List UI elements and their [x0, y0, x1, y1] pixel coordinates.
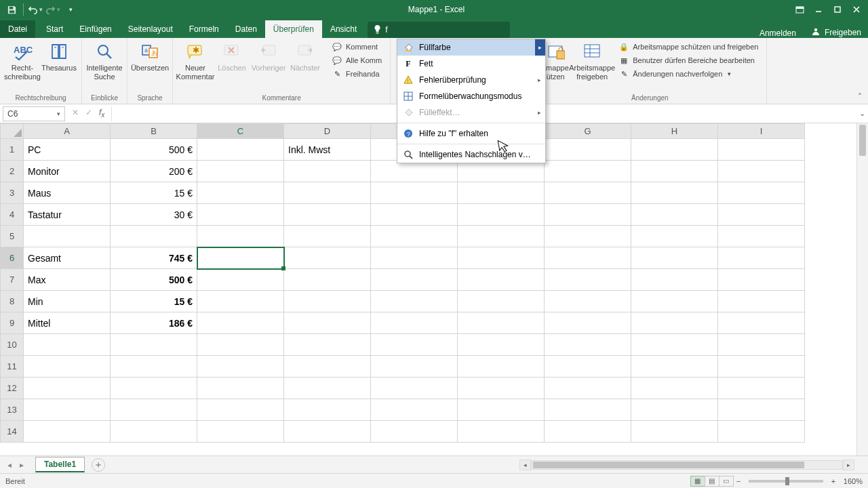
cell[interactable] [197, 182, 284, 204]
cell[interactable] [458, 161, 545, 182]
cell[interactable] [111, 356, 197, 378]
cell[interactable] [284, 204, 371, 226]
translate-button[interactable]: aあ Übersetzen [133, 41, 167, 73]
cell[interactable] [458, 356, 545, 378]
name-box[interactable]: C6▾ [3, 106, 65, 121]
cell[interactable] [371, 378, 458, 399]
cell[interactable]: PC [24, 139, 111, 161]
cell[interactable] [371, 204, 458, 226]
cell[interactable] [284, 161, 371, 182]
delete-comment-button[interactable]: Löschen [215, 41, 249, 81]
cell[interactable] [197, 247, 284, 269]
cell[interactable] [718, 421, 805, 443]
horizontal-scrollbar[interactable]: ◂▸ [105, 460, 868, 470]
cell[interactable]: Min [24, 291, 111, 312]
cell[interactable] [24, 356, 111, 378]
enter-formula-icon[interactable]: ✓ [85, 108, 92, 119]
row-header[interactable]: 4 [1, 204, 24, 226]
dd-item-help[interactable]: ? Hilfe zu "f" erhalten [397, 125, 545, 142]
cell[interactable] [24, 421, 111, 443]
cell[interactable] [545, 182, 631, 204]
cell[interactable]: 30 € [111, 204, 197, 226]
minimize-icon[interactable] [810, 2, 827, 17]
ink-annotate-button[interactable]: ✎Freihanda [329, 68, 382, 80]
row-header[interactable]: 5 [1, 226, 24, 247]
cell[interactable] [197, 161, 284, 182]
cell[interactable] [458, 182, 545, 204]
cell[interactable] [718, 356, 805, 378]
cell[interactable]: Monitor [24, 161, 111, 182]
cell[interactable] [631, 139, 718, 161]
cell[interactable] [371, 312, 458, 334]
row-header[interactable]: 1 [1, 139, 24, 161]
collapse-ribbon-icon[interactable]: ˄ [854, 92, 865, 102]
cell[interactable] [284, 378, 371, 399]
tab-einfuegen[interactable]: Einfügen [71, 20, 119, 38]
cell[interactable] [458, 399, 545, 421]
cell[interactable] [631, 312, 718, 334]
cell[interactable] [545, 312, 631, 334]
cell[interactable] [545, 291, 631, 312]
cell[interactable] [718, 269, 805, 291]
zoom-out-button[interactable]: − [734, 477, 743, 485]
tab-start[interactable]: Start [38, 20, 71, 38]
col-header[interactable]: G [545, 124, 631, 139]
sheet-tab-active[interactable]: Tabelle1 [35, 457, 85, 472]
track-changes-button[interactable]: ✎Änderungen nachverfolgen▾ [616, 68, 734, 80]
new-comment-button[interactable]: ✱ Neuer Kommentar [178, 41, 212, 81]
cell[interactable] [545, 247, 631, 269]
vertical-scrollbar[interactable] [856, 123, 868, 455]
save-icon[interactable] [4, 2, 19, 17]
zoom-in-button[interactable]: + [829, 477, 838, 485]
cell[interactable] [24, 399, 111, 421]
cell[interactable] [718, 399, 805, 421]
view-switcher[interactable]: ▦▤▭ [691, 476, 734, 487]
share-workbook-button[interactable]: Arbeitsmappe freigeben [575, 41, 609, 81]
cell[interactable] [545, 139, 631, 161]
cell[interactable] [458, 204, 545, 226]
cell[interactable]: 200 € [111, 161, 197, 182]
close-icon[interactable] [848, 2, 865, 17]
redo-icon[interactable]: ▾ [45, 2, 60, 17]
spellcheck-button[interactable]: ABC Recht- schreibung [5, 41, 39, 81]
cell[interactable] [371, 399, 458, 421]
cell[interactable] [458, 291, 545, 312]
col-header[interactable]: A [24, 124, 111, 139]
cell[interactable] [284, 312, 371, 334]
col-header[interactable]: D [284, 124, 371, 139]
row-header[interactable]: 12 [1, 378, 24, 399]
undo-icon[interactable]: ▾ [28, 2, 43, 17]
cell[interactable] [718, 139, 805, 161]
dd-item-fehlerueberpruefung[interactable]: ! Fehlerüberprüfung▸ [397, 72, 545, 88]
row-header[interactable]: 10 [1, 334, 24, 356]
col-header[interactable]: H [631, 124, 718, 139]
cell[interactable] [111, 399, 197, 421]
cell[interactable] [371, 421, 458, 443]
maximize-icon[interactable] [829, 2, 846, 17]
share-button[interactable]: Freigeben [804, 26, 868, 38]
cell[interactable] [284, 399, 371, 421]
tab-seitenlayout[interactable]: Seitenlayout [120, 20, 181, 38]
cell[interactable] [284, 356, 371, 378]
cell[interactable] [371, 226, 458, 247]
cell[interactable] [718, 312, 805, 334]
cell[interactable]: Inkl. Mwst [284, 139, 371, 161]
cell[interactable] [284, 182, 371, 204]
tab-ansicht[interactable]: Ansicht [322, 20, 365, 38]
cell[interactable] [545, 421, 631, 443]
cell[interactable]: 745 € [111, 247, 197, 269]
cell[interactable]: 15 € [111, 291, 197, 312]
cell[interactable] [197, 204, 284, 226]
cell[interactable] [111, 421, 197, 443]
cell[interactable] [371, 291, 458, 312]
sheet-nav[interactable]: ◂▸ [0, 460, 31, 470]
dd-item-formelueberwachung[interactable]: Formelüberwachungsmodus [397, 88, 545, 104]
expand-formula-icon[interactable]: ⌄ [856, 109, 868, 118]
cell[interactable] [371, 182, 458, 204]
cell[interactable] [545, 334, 631, 356]
cell[interactable]: 15 € [111, 182, 197, 204]
cell[interactable] [545, 204, 631, 226]
cell[interactable] [197, 334, 284, 356]
dd-item-smart-lookup[interactable]: Intelligentes Nachschlagen v… [397, 146, 545, 163]
cell[interactable] [631, 247, 718, 269]
